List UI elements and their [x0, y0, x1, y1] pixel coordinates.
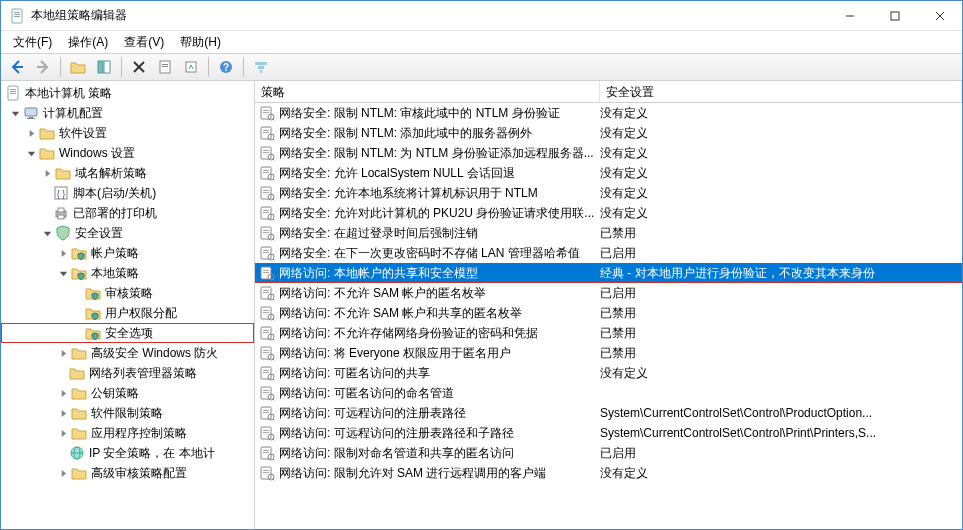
- tree-scripts[interactable]: 脚本(启动/关机): [1, 183, 254, 203]
- list-row[interactable]: 网络访问: 可远程访问的注册表路径和子路径System\CurrentContr…: [255, 423, 962, 443]
- list-row[interactable]: 网络访问: 限制允许对 SAM 进行远程调用的客户端没有定义: [255, 463, 962, 483]
- svg-rect-34: [104, 61, 110, 73]
- twisty-icon[interactable]: [41, 167, 53, 179]
- menu-file[interactable]: 文件(F): [7, 32, 58, 53]
- twisty-icon[interactable]: [41, 227, 53, 239]
- policy-name: 网络安全: 在超过登录时间后强制注销: [279, 225, 478, 242]
- tree-name-resolution[interactable]: 域名解析策略: [1, 163, 254, 183]
- policy-name: 网络访问: 本地帐户的共享和安全模型: [279, 265, 478, 282]
- policy-item-icon: [259, 265, 275, 281]
- list-row[interactable]: 网络访问: 可匿名访问的命名管道: [255, 383, 962, 403]
- list-row[interactable]: 网络访问: 限制对命名管道和共享的匿名访问已启用: [255, 443, 962, 463]
- tree-root[interactable]: 本地计算机 策略: [1, 83, 254, 103]
- tree-label: 用户权限分配: [105, 305, 177, 322]
- twisty-icon[interactable]: [25, 147, 37, 159]
- list-row[interactable]: 网络安全: 允许 LocalSystem NULL 会话回退没有定义: [255, 163, 962, 183]
- tree-appctrl[interactable]: 应用程序控制策略: [1, 423, 254, 443]
- list-row[interactable]: 网络安全: 限制 NTLM: 为 NTLM 身份验证添加远程服务器...没有定义: [255, 143, 962, 163]
- list-body[interactable]: 网络安全: 限制 NTLM: 审核此域中的 NTLM 身份验证没有定义网络安全:…: [255, 103, 962, 529]
- properties-button[interactable]: [153, 55, 177, 79]
- list-row[interactable]: 网络访问: 本地帐户的共享和安全模型经典 - 对本地用户进行身份验证，不改变其本…: [255, 263, 962, 283]
- policy-item-icon: [259, 305, 275, 321]
- minimize-button[interactable]: [827, 1, 872, 30]
- list-row[interactable]: 网络访问: 不允许 SAM 帐户的匿名枚举已启用: [255, 283, 962, 303]
- tree-security-settings[interactable]: 安全设置: [1, 223, 254, 243]
- col-policy[interactable]: 策略: [255, 81, 600, 102]
- app-icon: [9, 8, 25, 24]
- policy-item-icon: [259, 345, 275, 361]
- menu-view[interactable]: 查看(V): [118, 32, 170, 53]
- tree-local-policies[interactable]: 本地策略: [1, 263, 254, 283]
- delete-button[interactable]: [127, 55, 151, 79]
- tree-pane[interactable]: 本地计算机 策略 计算机配置 软件设置: [1, 81, 255, 529]
- list-row[interactable]: 网络安全: 允许对此计算机的 PKU2U 身份验证请求使用联...没有定义: [255, 203, 962, 223]
- tree-windows-settings[interactable]: Windows 设置: [1, 143, 254, 163]
- tree-computer-config[interactable]: 计算机配置: [1, 103, 254, 123]
- twisty-icon[interactable]: [57, 467, 69, 479]
- folder-icon: [69, 365, 85, 381]
- tree-label: 脚本(启动/关机): [73, 185, 156, 202]
- policy-setting: 已启用: [600, 285, 962, 302]
- tree-software-restriction[interactable]: 软件限制策略: [1, 403, 254, 423]
- list-row[interactable]: 网络访问: 可匿名访问的共享没有定义: [255, 363, 962, 383]
- app-window: 本地组策略编辑器 文件(F) 操作(A) 查看(V) 帮助(H): [0, 0, 963, 530]
- maximize-button[interactable]: [872, 1, 917, 30]
- help-button[interactable]: [214, 55, 238, 79]
- policy-name: 网络访问: 可匿名访问的共享: [279, 365, 430, 382]
- tree-printers[interactable]: 已部署的打印机: [1, 203, 254, 223]
- titlebar: 本地组策略编辑器: [1, 1, 962, 31]
- twisty-icon[interactable]: [57, 267, 69, 279]
- twisty-icon[interactable]: [57, 427, 69, 439]
- tree-ipsec[interactable]: IP 安全策略，在 本地计: [1, 443, 254, 463]
- list-row[interactable]: 网络访问: 不允许存储网络身份验证的密码和凭据已禁用: [255, 323, 962, 343]
- tree-user-rights[interactable]: 用户权限分配: [1, 303, 254, 323]
- policy-item-icon: [259, 165, 275, 181]
- folder-shield-icon: [71, 245, 87, 261]
- tree-adv-audit[interactable]: 高级审核策略配置: [1, 463, 254, 483]
- tree-label: 软件设置: [59, 125, 107, 142]
- list-row[interactable]: 网络安全: 在超过登录时间后强制注销已禁用: [255, 223, 962, 243]
- list-row[interactable]: 网络安全: 在下一次更改密码时不存储 LAN 管理器哈希值已启用: [255, 243, 962, 263]
- tree-label: 安全选项: [105, 325, 153, 342]
- show-hide-tree-button[interactable]: [92, 55, 116, 79]
- twisty-icon[interactable]: [9, 107, 21, 119]
- back-button[interactable]: [5, 55, 29, 79]
- tree-winfw[interactable]: 高级安全 Windows 防火: [1, 343, 254, 363]
- folder-shield-icon: [85, 325, 101, 341]
- twisty-icon[interactable]: [57, 247, 69, 259]
- list-row[interactable]: 网络安全: 允许本地系统将计算机标识用于 NTLM没有定义: [255, 183, 962, 203]
- col-setting[interactable]: 安全设置: [600, 81, 962, 102]
- list-row[interactable]: 网络访问: 可远程访问的注册表路径System\CurrentControlSe…: [255, 403, 962, 423]
- twisty-icon[interactable]: [57, 347, 69, 359]
- twisty-icon[interactable]: [57, 387, 69, 399]
- tree-label: 应用程序控制策略: [91, 425, 187, 442]
- tree-software-settings[interactable]: 软件设置: [1, 123, 254, 143]
- shield-icon: [55, 225, 71, 241]
- up-button[interactable]: [66, 55, 90, 79]
- list-row[interactable]: 网络安全: 限制 NTLM: 审核此域中的 NTLM 身份验证没有定义: [255, 103, 962, 123]
- export-button[interactable]: [179, 55, 203, 79]
- forward-button[interactable]: [31, 55, 55, 79]
- twisty-icon[interactable]: [57, 407, 69, 419]
- tree-account-policies[interactable]: 帐户策略: [1, 243, 254, 263]
- tree-label: 计算机配置: [43, 105, 103, 122]
- close-button[interactable]: [917, 1, 962, 30]
- list-row[interactable]: 网络访问: 不允许 SAM 帐户和共享的匿名枚举已禁用: [255, 303, 962, 323]
- tree-label: 软件限制策略: [91, 405, 163, 422]
- filter-button[interactable]: [249, 55, 273, 79]
- policy-name: 网络安全: 限制 NTLM: 审核此域中的 NTLM 身份验证: [279, 105, 560, 122]
- list-pane: 策略 安全设置 网络安全: 限制 NTLM: 审核此域中的 NTLM 身份验证没…: [255, 81, 962, 529]
- tree-netlist[interactable]: 网络列表管理器策略: [1, 363, 254, 383]
- tree-security-options[interactable]: 安全选项: [1, 323, 254, 343]
- menu-help[interactable]: 帮助(H): [174, 32, 227, 53]
- policy-name: 网络安全: 允许对此计算机的 PKU2U 身份验证请求使用联...: [279, 205, 594, 222]
- tree-public-key[interactable]: 公钥策略: [1, 383, 254, 403]
- policy-setting: 已禁用: [600, 345, 962, 362]
- policy-setting: 已启用: [600, 445, 962, 462]
- svg-rect-38: [260, 70, 262, 73]
- list-row[interactable]: 网络安全: 限制 NTLM: 添加此域中的服务器例外没有定义: [255, 123, 962, 143]
- tree-audit-policy[interactable]: 审核策略: [1, 283, 254, 303]
- list-row[interactable]: 网络访问: 将 Everyone 权限应用于匿名用户已禁用: [255, 343, 962, 363]
- menu-action[interactable]: 操作(A): [62, 32, 114, 53]
- twisty-icon[interactable]: [25, 127, 37, 139]
